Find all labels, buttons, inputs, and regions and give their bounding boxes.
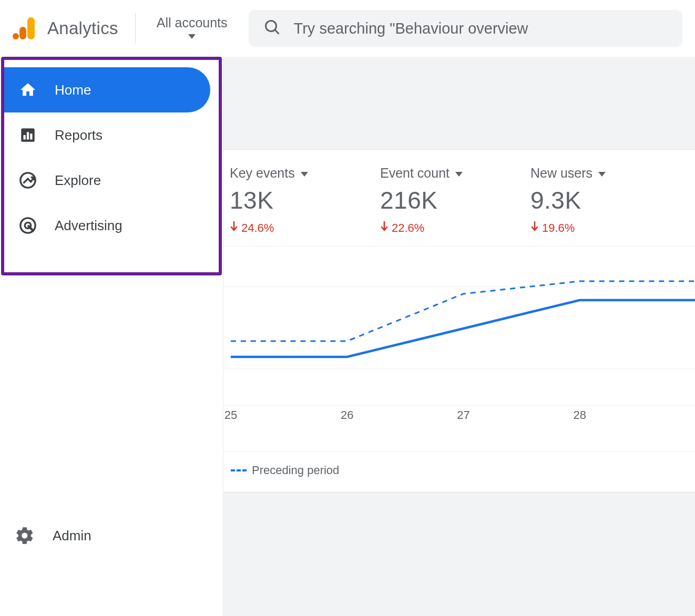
sidebar-item-reports[interactable]: Reports xyxy=(4,112,210,158)
search-icon xyxy=(264,19,280,37)
metric-selector[interactable]: New users xyxy=(530,166,651,181)
metric-delta: 24.6% xyxy=(230,221,351,235)
vertical-divider xyxy=(135,13,136,44)
x-axis-tick: 28 xyxy=(573,408,586,422)
sidebar-item-home[interactable]: Home xyxy=(4,67,210,112)
svg-rect-5 xyxy=(27,132,29,139)
legend-label-preceding: Preceding period xyxy=(252,464,339,477)
sidebar-highlight-box: HomeReportsExploreAdvertising xyxy=(1,57,222,275)
chevron-down-icon xyxy=(455,166,463,181)
metric-selector[interactable]: Key events xyxy=(230,166,351,181)
metric-label: Event count xyxy=(380,166,449,181)
app-header: Analytics All accounts Try searching "Be… xyxy=(0,0,695,57)
svg-rect-1 xyxy=(19,27,26,39)
arrow-down-icon xyxy=(380,221,389,235)
chevron-down-icon xyxy=(188,33,196,42)
metric-label: New users xyxy=(530,166,592,181)
sidebar-item-label: Explore xyxy=(55,172,101,189)
metric-card: Key events13K24.6% xyxy=(230,166,351,235)
account-picker-label: All accounts xyxy=(157,15,228,30)
sidebar-item-label: Admin xyxy=(53,528,91,544)
chevron-down-icon xyxy=(300,166,309,181)
search-input[interactable]: Try searching "Behaviour overview xyxy=(249,10,682,47)
metric-selector[interactable]: Event count xyxy=(380,166,501,181)
svg-rect-4 xyxy=(24,135,26,140)
advertising-icon xyxy=(19,217,37,234)
analytics-logo-icon xyxy=(13,16,37,40)
metric-value: 9.3K xyxy=(530,186,651,214)
sidebar-item-admin[interactable]: Admin xyxy=(0,513,223,558)
chart-x-axis: 25262728 xyxy=(223,408,695,424)
home-icon xyxy=(19,81,37,99)
search-hint: Try searching "Behaviour overview xyxy=(294,20,528,37)
metric-label: Key events xyxy=(230,166,295,181)
arrow-down-icon xyxy=(230,221,238,235)
legend-swatch-dashed xyxy=(231,469,247,471)
sidebar: HomeReportsExploreAdvertising Admin xyxy=(0,57,223,616)
metric-value: 13K xyxy=(230,186,351,214)
svg-rect-0 xyxy=(27,17,35,39)
metric-value: 216K xyxy=(380,186,501,214)
x-axis-tick: 26 xyxy=(341,408,353,422)
brand-name: Analytics xyxy=(47,18,118,38)
sidebar-item-label: Reports xyxy=(55,127,103,143)
x-axis-tick: 25 xyxy=(224,408,237,422)
metric-delta: 19.6% xyxy=(530,221,651,235)
reports-icon xyxy=(19,126,37,144)
svg-rect-6 xyxy=(30,134,32,139)
sidebar-item-label: Home xyxy=(55,82,91,98)
gear-icon xyxy=(15,526,35,546)
metrics-row: Key events13K24.6%Event count216K22.6%Ne… xyxy=(223,150,695,247)
explore-icon xyxy=(19,171,37,189)
sidebar-item-advertising[interactable]: Advertising xyxy=(4,203,210,248)
brand: Analytics xyxy=(13,16,118,40)
arrow-down-icon xyxy=(530,221,539,235)
metric-card: Event count216K22.6% xyxy=(380,166,501,235)
main-content: Key events13K24.6%Event count216K22.6%Ne… xyxy=(223,57,695,616)
chart-legend: Preceding period xyxy=(223,451,695,492)
sidebar-item-explore[interactable]: Explore xyxy=(4,158,210,203)
chevron-down-icon xyxy=(598,166,606,181)
trend-chart: 25262728 xyxy=(223,247,695,451)
account-picker[interactable]: All accounts xyxy=(149,15,235,42)
svg-point-2 xyxy=(13,33,19,39)
sidebar-item-label: Advertising xyxy=(55,218,122,234)
x-axis-tick: 27 xyxy=(457,408,469,422)
metric-delta: 22.6% xyxy=(380,221,501,235)
metric-card: New users9.3K19.6% xyxy=(530,166,651,235)
